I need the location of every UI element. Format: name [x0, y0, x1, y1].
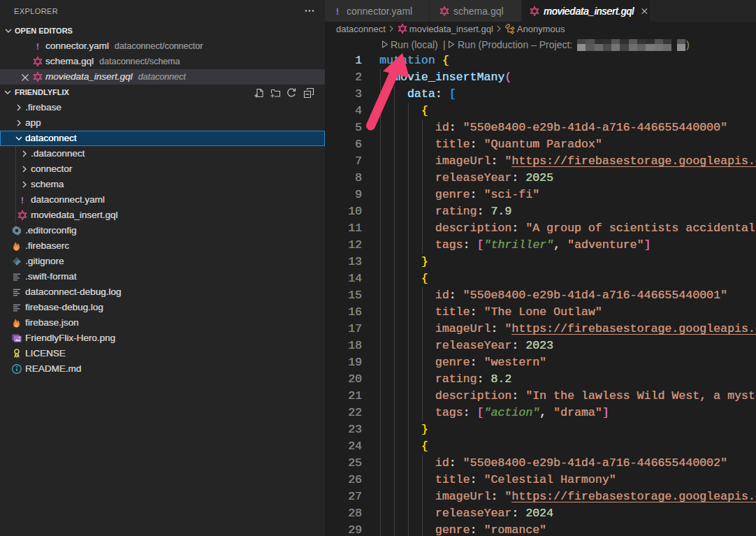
- svg-text:!: !: [36, 41, 39, 52]
- svg-text:!: !: [336, 6, 339, 16]
- svg-text:!: !: [21, 195, 24, 205]
